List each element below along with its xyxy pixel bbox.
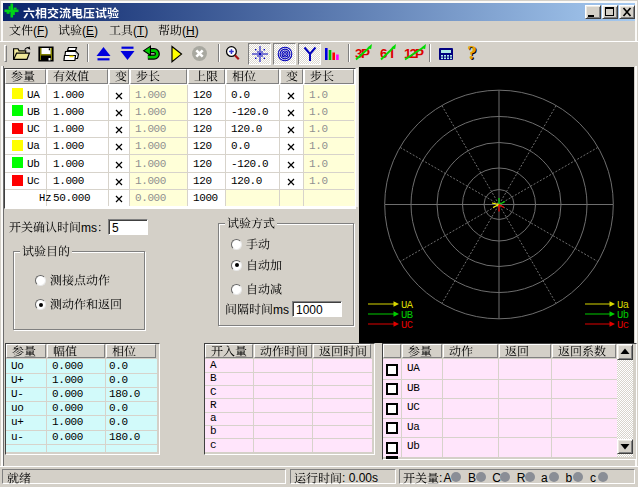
svg-text:UC: UC bbox=[401, 318, 413, 330]
svg-text:?: ? bbox=[467, 45, 477, 63]
svg-text:Uc: Uc bbox=[617, 318, 629, 330]
